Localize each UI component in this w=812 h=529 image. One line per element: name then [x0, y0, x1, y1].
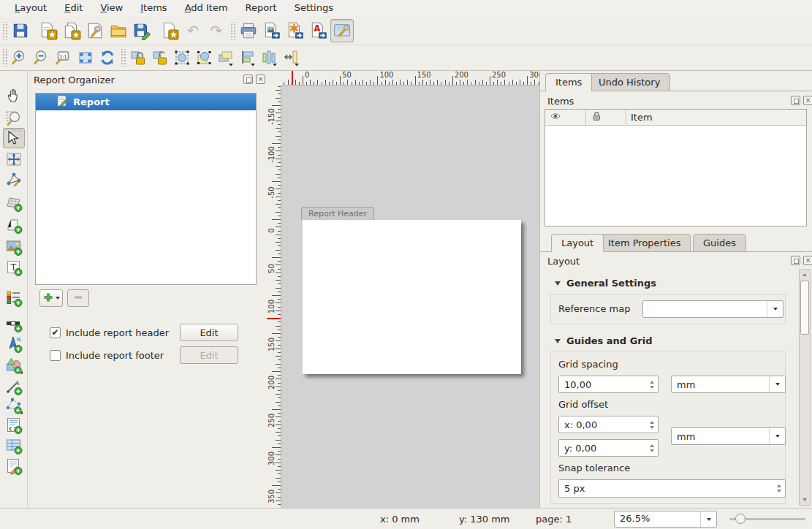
grid-offset-label: Grid offset: [558, 399, 608, 410]
export-pdf-button[interactable]: A: [307, 19, 330, 42]
toolbar-grip[interactable]: [1, 22, 7, 39]
tab-guides[interactable]: Guides: [693, 234, 746, 252]
scroll-up-arrow[interactable]: [800, 270, 810, 280]
close-panel-button[interactable]: ×: [803, 96, 812, 105]
add-section-button[interactable]: [39, 289, 63, 307]
menu-layout[interactable]: Layout: [6, 1, 56, 15]
edit-footer-button[interactable]: Edit: [180, 346, 238, 364]
open-template-button[interactable]: [107, 19, 130, 42]
new-page-button[interactable]: [158, 19, 181, 42]
include-report-footer-checkbox[interactable]: [50, 350, 61, 361]
edit-header-button[interactable]: Edit: [180, 324, 238, 341]
general-settings-header[interactable]: General Settings: [555, 278, 656, 289]
zoom-actual-button[interactable]: 1:1: [53, 47, 75, 68]
layout-canvas[interactable]: Report Header: [281, 85, 539, 508]
tab-undo-history[interactable]: Undo History: [588, 73, 670, 91]
zoom-in-button[interactable]: [9, 47, 31, 68]
add-legend-button[interactable]: [3, 289, 25, 309]
reference-map-combo[interactable]: [642, 300, 783, 318]
add-label-button[interactable]: T: [3, 258, 25, 278]
add-arrow-button[interactable]: [3, 377, 25, 397]
add-map-button[interactable]: [3, 194, 25, 214]
zoom-level-combo[interactable]: 26.5%: [614, 511, 717, 528]
menu-report[interactable]: Report: [237, 1, 286, 15]
unlock-items-button[interactable]: [149, 47, 171, 68]
raise-items-button[interactable]: [215, 47, 237, 68]
zoom-full-button[interactable]: [75, 47, 96, 68]
toolbar-grip[interactable]: [229, 22, 235, 39]
tab-layout[interactable]: Layout: [551, 234, 604, 252]
zoom-slider-handle[interactable]: [735, 514, 745, 524]
close-panel-button[interactable]: ×: [256, 75, 265, 84]
select-move-item-button[interactable]: [3, 128, 25, 148]
zoom-out-button[interactable]: [31, 47, 53, 68]
add-fixed-table-button[interactable]: [3, 457, 25, 477]
layout-manager-button[interactable]: [83, 19, 107, 42]
pan-tool-button[interactable]: [3, 85, 25, 106]
close-panel-button[interactable]: ×: [803, 256, 812, 265]
menu-edit[interactable]: Edit: [56, 1, 91, 15]
remove-section-button[interactable]: [67, 289, 89, 307]
menu-settings[interactable]: Settings: [286, 1, 342, 15]
spin-buttons[interactable]: [646, 440, 658, 456]
items-list[interactable]: Item: [545, 109, 807, 227]
save-project-button[interactable]: [9, 19, 32, 42]
print-button[interactable]: [237, 19, 260, 42]
spin-buttons[interactable]: [646, 376, 658, 392]
group-items-button[interactable]: [171, 47, 193, 68]
grid-offset-unit-combo[interactable]: mm: [671, 427, 786, 445]
add-north-arrow-button[interactable]: N: [3, 335, 25, 355]
add-shape-button[interactable]: [3, 356, 25, 376]
scroll-down-arrow[interactable]: [800, 495, 810, 505]
toolbar-grip[interactable]: [1, 49, 7, 66]
add-scalebar-button[interactable]: [3, 314, 25, 335]
menu-items[interactable]: Items: [132, 1, 175, 15]
menu-add-item[interactable]: Add Item: [176, 1, 237, 15]
include-report-header-checkbox[interactable]: ✔: [50, 327, 61, 338]
menu-view[interactable]: View: [91, 1, 132, 15]
tab-items[interactable]: Items: [545, 73, 592, 91]
distribute-items-button[interactable]: [259, 47, 281, 68]
spin-buttons[interactable]: [646, 416, 658, 433]
move-item-content-button[interactable]: [3, 150, 25, 170]
scrollbar-thumb[interactable]: [800, 281, 809, 335]
edit-nodes-item-button[interactable]: [3, 170, 25, 191]
zoom-slider[interactable]: [729, 518, 805, 520]
float-panel-button[interactable]: [791, 256, 800, 265]
grid-spacing-unit-combo[interactable]: mm: [671, 376, 786, 393]
ruler-tick: [276, 128, 281, 129]
lock-items-button[interactable]: [127, 47, 149, 68]
report-tree-item[interactable]: Report: [36, 94, 256, 110]
align-items-button[interactable]: [237, 47, 259, 68]
save-as-template-button[interactable]: [130, 19, 153, 42]
duplicate-layout-button[interactable]: [60, 19, 83, 42]
grid-spacing-spinbox[interactable]: 10,00: [558, 376, 659, 393]
spin-buttons[interactable]: [773, 480, 785, 497]
ungroup-items-button[interactable]: [193, 47, 215, 68]
toolbar-grip[interactable]: [120, 49, 126, 66]
report-page[interactable]: [303, 220, 521, 374]
tab-item-properties[interactable]: Item Properties: [598, 234, 691, 252]
guides-and-grid-header[interactable]: Guides and Grid: [555, 335, 652, 346]
redo-button[interactable]: ↷: [205, 19, 228, 42]
resize-items-button[interactable]: [281, 47, 303, 68]
float-panel-button[interactable]: [791, 96, 800, 105]
snap-tolerance-spinbox[interactable]: 5 px: [558, 479, 786, 498]
zoom-tool-button[interactable]: [3, 108, 25, 129]
add-node-item-button[interactable]: [3, 396, 25, 416]
undo-button[interactable]: ↶: [181, 19, 205, 42]
float-panel-button[interactable]: [243, 75, 253, 84]
export-svg-button[interactable]: [284, 19, 307, 42]
refresh-button[interactable]: [96, 47, 118, 68]
report-tree[interactable]: Report: [35, 93, 257, 285]
add-3d-map-button[interactable]: [3, 216, 25, 236]
export-image-button[interactable]: [260, 19, 284, 42]
add-picture-button[interactable]: [3, 237, 25, 258]
layout-panel-scrollbar[interactable]: [799, 269, 811, 506]
grid-offset-x-spinbox[interactable]: x: 0,00: [558, 416, 659, 433]
add-attribute-table-button[interactable]: [3, 436, 25, 457]
grid-offset-y-spinbox[interactable]: y: 0,00: [558, 439, 659, 457]
report-settings-button[interactable]: [330, 19, 354, 42]
add-html-button[interactable]: [3, 416, 25, 436]
new-report-button[interactable]: [37, 19, 60, 42]
